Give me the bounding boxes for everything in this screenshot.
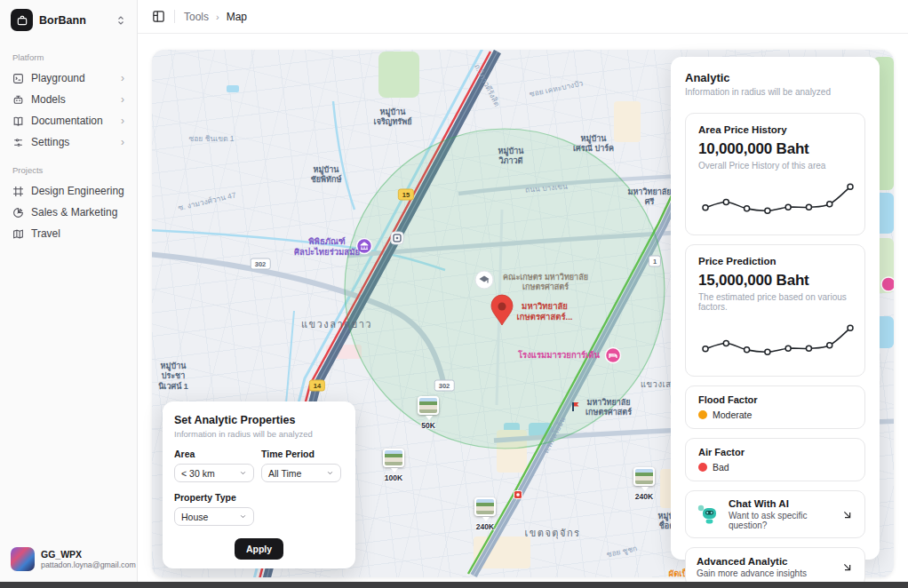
bot-icon: [12, 94, 24, 106]
sidebar-item-settings[interactable]: Settings›: [9, 131, 128, 153]
sidebar-item-playground[interactable]: Playground›: [9, 68, 128, 89]
user-email: pattadon.loyna@gmail.com: [41, 560, 136, 569]
panel-title: Analytic: [685, 71, 865, 84]
card-description: Gain more advance insights: [697, 568, 832, 578]
sliders-icon: [12, 137, 24, 148]
window-bottom-bar: [0, 582, 908, 588]
price-history-chart: [698, 178, 857, 224]
air-status: Bad: [713, 462, 729, 473]
sidebar-item-travel[interactable]: Travel: [9, 223, 128, 244]
platform-section-label: Platform: [12, 52, 124, 62]
sidebar-item-label: Design Engineering: [31, 185, 124, 197]
breadcrumb-page: Map: [227, 11, 247, 23]
divider: [174, 10, 175, 23]
card-description: Overall Price History of this area: [698, 161, 852, 171]
price-prediction-chart: [698, 319, 857, 365]
area-price-history-card: Area Price History 10,000,000 Baht Overa…: [685, 113, 865, 235]
sidebar-item-label: Models: [31, 93, 66, 106]
robot-icon: [697, 503, 720, 526]
chevron-down-icon: [326, 469, 334, 477]
chevron-down-icon: [239, 513, 247, 520]
flood-status: Moderate: [713, 409, 752, 420]
breadcrumb: Tools › Map: [184, 11, 247, 23]
app-title: BorBann: [39, 14, 109, 27]
panel-subtitle: Information in radius will be analyzed: [685, 87, 865, 97]
property-thumbnail[interactable]: [633, 467, 655, 486]
chevron-right-icon: ›: [121, 73, 124, 83]
chevron-right-icon: ›: [121, 137, 124, 147]
price-prediction-card: Price Prediction 15,000,000 Baht The est…: [685, 244, 865, 377]
sidebar-item-label: Sales & Marketing: [31, 206, 117, 219]
time-period-label: Time Period: [261, 449, 341, 459]
chevron-right-icon: ›: [121, 115, 124, 126]
briefcase-icon: [16, 14, 28, 27]
team-switcher[interactable]: BorBann: [9, 7, 128, 40]
property-type-label: Property Type: [174, 492, 254, 503]
property-price-marker[interactable]: 50K: [418, 396, 439, 430]
property-thumbnail[interactable]: [418, 396, 439, 415]
property-thumbnail[interactable]: [383, 449, 404, 467]
property-price-marker[interactable]: 240K: [474, 497, 496, 531]
property-type-value: House: [181, 512, 239, 522]
sidebar-item-label: Travel: [31, 227, 60, 240]
status-dot-bad: [698, 463, 707, 472]
property-price-marker[interactable]: 240K: [633, 467, 655, 501]
apply-button[interactable]: Apply: [235, 538, 283, 560]
card-description: The estimated price based on various fac…: [698, 292, 852, 312]
breadcrumb-section[interactable]: Tools: [184, 11, 209, 23]
sidebar-item-models[interactable]: Models›: [9, 89, 128, 110]
area-value: < 30 km: [181, 468, 239, 479]
sidebar-item-label: Settings: [31, 136, 69, 148]
card-description: Want to ask specific question?: [729, 511, 832, 530]
chevron-down-icon: [239, 469, 247, 477]
chat-with-ai-card[interactable]: Chat With AI Want to ask specific questi…: [685, 490, 865, 538]
user-name: GG_WPX: [41, 549, 136, 560]
terminal-square-icon: [12, 73, 24, 84]
analytic-panel: Analytic Information in radius will be a…: [671, 57, 880, 560]
chevron-right-icon: ›: [121, 94, 124, 105]
pie-chart-icon: [12, 207, 24, 219]
card-title: Air Factor: [698, 447, 852, 457]
sidebar-item-documentation[interactable]: Documentation›: [9, 110, 128, 131]
area-label: Area: [174, 449, 254, 459]
sidebar-item-sales-marketing[interactable]: Sales & Marketing: [9, 202, 128, 223]
top-bar: Tools › Map: [138, 0, 908, 34]
user-menu[interactable]: GG_WPX pattadon.loyna@gmail.com: [9, 544, 128, 575]
avatar: [11, 547, 35, 571]
time-period-select[interactable]: All Time: [261, 464, 341, 482]
card-title: Chat With AI: [729, 498, 832, 509]
sidebar: BorBann Platform Playground› Models› Doc…: [0, 0, 138, 582]
card-title: Flood Factor: [698, 394, 852, 405]
card-title: Area Price History: [698, 124, 852, 135]
panel-toggle-icon[interactable]: [152, 10, 165, 23]
price-history-value: 10,000,000 Baht: [698, 140, 852, 158]
property-price-marker[interactable]: 100K: [383, 449, 404, 482]
card-title: Price Prediction: [698, 256, 852, 266]
chevrons-up-down-icon: [115, 15, 126, 26]
time-period-value: All Time: [268, 468, 326, 479]
projects-section-label: Projects: [12, 165, 124, 175]
set-analytic-properties-card: Set Analytic Properties Information in r…: [163, 401, 355, 568]
app-logo: [11, 9, 33, 31]
arrow-down-right-icon: [840, 560, 854, 574]
flood-factor-card: Flood Factor Moderate: [685, 385, 865, 429]
sidebar-item-design-engineering[interactable]: Design Engineering: [9, 180, 128, 202]
props-title: Set Analytic Properties: [174, 414, 344, 426]
air-factor-card: Air Factor Bad: [685, 438, 865, 481]
breadcrumb-separator: ›: [216, 12, 219, 22]
map-icon: [12, 228, 24, 240]
property-thumbnail[interactable]: [474, 497, 496, 516]
property-type-select[interactable]: House: [174, 507, 254, 526]
card-title: Advanced Analytic: [697, 556, 832, 567]
frame-icon: [12, 186, 24, 197]
book-open-icon: [12, 115, 24, 127]
sidebar-item-label: Documentation: [31, 115, 103, 127]
arrow-down-right-icon: [840, 508, 854, 521]
sidebar-item-label: Playground: [31, 72, 85, 84]
status-dot-moderate: [698, 410, 707, 419]
price-prediction-value: 15,000,000 Baht: [698, 272, 852, 290]
props-subtitle: Information in radius will be analyzed: [174, 429, 344, 439]
area-select[interactable]: < 30 km: [174, 464, 254, 482]
